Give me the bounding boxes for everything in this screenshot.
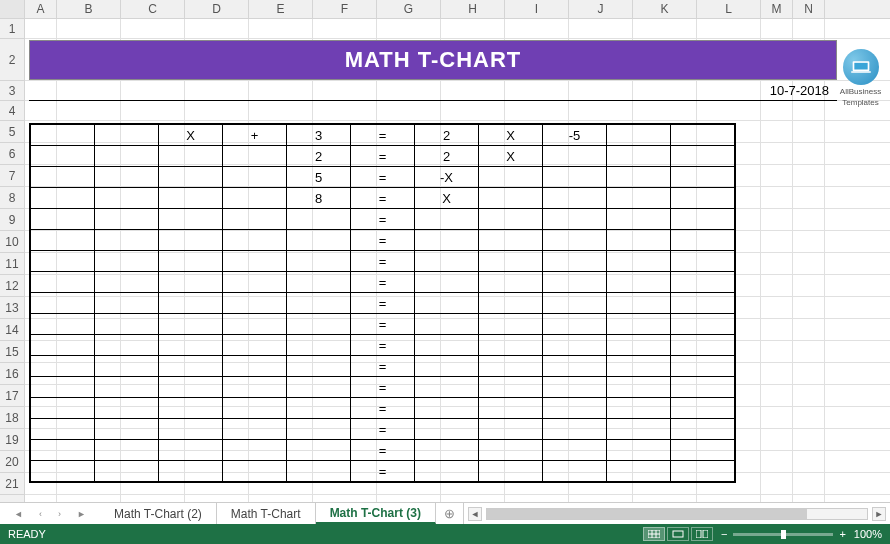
column-header-C[interactable]: C (121, 0, 185, 18)
cell-I16[interactable] (479, 356, 543, 377)
horizontal-scrollbar[interactable]: ◄ ► (464, 503, 890, 524)
cell-K18[interactable] (607, 398, 671, 419)
tab-nav-prev-icon[interactable]: ‹ (39, 509, 42, 519)
cell-H14[interactable] (415, 314, 479, 335)
cell-F20[interactable] (287, 440, 351, 461)
cell-I18[interactable] (479, 398, 543, 419)
cell-H11[interactable] (415, 251, 479, 272)
cell-I6[interactable]: X (479, 146, 543, 167)
cell-K19[interactable] (607, 419, 671, 440)
cell-E18[interactable] (223, 398, 287, 419)
cell-F21[interactable] (287, 461, 351, 482)
column-header-A[interactable]: A (25, 0, 57, 18)
cell-H17[interactable] (415, 377, 479, 398)
cell-B13[interactable] (31, 293, 95, 314)
cell-B6[interactable] (31, 146, 95, 167)
column-header-J[interactable]: J (569, 0, 633, 18)
row-header-11[interactable]: 11 (0, 253, 24, 275)
cell-C5[interactable] (95, 125, 159, 146)
cell-K9[interactable] (607, 209, 671, 230)
cell-J12[interactable] (543, 272, 607, 293)
sheet-content[interactable]: MATH T-CHART 10-7-2018 AllBusiness Templ… (25, 19, 890, 502)
cell-E17[interactable] (223, 377, 287, 398)
cell-C13[interactable] (95, 293, 159, 314)
cell-G18[interactable]: = (351, 398, 415, 419)
sheet-tab-1[interactable]: Math T-Chart (217, 503, 316, 524)
row-header-1[interactable]: 1 (0, 19, 24, 39)
cell-L18[interactable] (671, 398, 735, 419)
cell-G10[interactable]: = (351, 230, 415, 251)
cell-F8[interactable]: 8 (287, 188, 351, 209)
zoom-out-button[interactable]: − (721, 528, 727, 540)
row-header-6[interactable]: 6 (0, 143, 24, 165)
cell-F18[interactable] (287, 398, 351, 419)
cell-I9[interactable] (479, 209, 543, 230)
cell-B17[interactable] (31, 377, 95, 398)
cell-C18[interactable] (95, 398, 159, 419)
cell-I10[interactable] (479, 230, 543, 251)
cell-I7[interactable] (479, 167, 543, 188)
row-header-13[interactable]: 13 (0, 297, 24, 319)
cell-E14[interactable] (223, 314, 287, 335)
cell-J6[interactable] (543, 146, 607, 167)
tab-nav-first-icon[interactable]: ◄ (14, 509, 23, 519)
cell-G15[interactable]: = (351, 335, 415, 356)
cell-D5[interactable]: X (159, 125, 223, 146)
cell-L21[interactable] (671, 461, 735, 482)
cell-F6[interactable]: 2 (287, 146, 351, 167)
select-all-corner[interactable] (0, 0, 25, 18)
cell-G13[interactable]: = (351, 293, 415, 314)
cell-I13[interactable] (479, 293, 543, 314)
cell-C20[interactable] (95, 440, 159, 461)
cell-J9[interactable] (543, 209, 607, 230)
cell-L12[interactable] (671, 272, 735, 293)
cell-L14[interactable] (671, 314, 735, 335)
cell-G16[interactable]: = (351, 356, 415, 377)
cell-L13[interactable] (671, 293, 735, 314)
cell-G7[interactable]: = (351, 167, 415, 188)
cell-F7[interactable]: 5 (287, 167, 351, 188)
cell-H13[interactable] (415, 293, 479, 314)
column-header-H[interactable]: H (441, 0, 505, 18)
cell-H10[interactable] (415, 230, 479, 251)
column-header-B[interactable]: B (57, 0, 121, 18)
cell-I17[interactable] (479, 377, 543, 398)
cell-C21[interactable] (95, 461, 159, 482)
cell-G21[interactable]: = (351, 461, 415, 482)
cell-B15[interactable] (31, 335, 95, 356)
row-header-21[interactable]: 21 (0, 473, 24, 495)
cell-L16[interactable] (671, 356, 735, 377)
cell-I11[interactable] (479, 251, 543, 272)
column-header-K[interactable]: K (633, 0, 697, 18)
cell-L5[interactable] (671, 125, 735, 146)
cell-B11[interactable] (31, 251, 95, 272)
cell-C15[interactable] (95, 335, 159, 356)
cell-E19[interactable] (223, 419, 287, 440)
page-break-view-button[interactable] (691, 527, 713, 541)
cell-B18[interactable] (31, 398, 95, 419)
cell-K12[interactable] (607, 272, 671, 293)
cell-D10[interactable] (159, 230, 223, 251)
row-header-8[interactable]: 8 (0, 187, 24, 209)
cell-B9[interactable] (31, 209, 95, 230)
cell-E11[interactable] (223, 251, 287, 272)
cell-I8[interactable] (479, 188, 543, 209)
cell-J19[interactable] (543, 419, 607, 440)
cell-D21[interactable] (159, 461, 223, 482)
cell-D18[interactable] (159, 398, 223, 419)
cell-E7[interactable] (223, 167, 287, 188)
cell-J21[interactable] (543, 461, 607, 482)
cell-G8[interactable]: = (351, 188, 415, 209)
tab-nav-next-icon[interactable]: › (58, 509, 61, 519)
cell-K21[interactable] (607, 461, 671, 482)
cell-K17[interactable] (607, 377, 671, 398)
cell-I14[interactable] (479, 314, 543, 335)
cell-D9[interactable] (159, 209, 223, 230)
cell-K16[interactable] (607, 356, 671, 377)
cell-F11[interactable] (287, 251, 351, 272)
cell-H5[interactable]: 2 (415, 125, 479, 146)
cell-F5[interactable]: 3 (287, 125, 351, 146)
tchart-table[interactable]: X+3=2X-52=2X5=-X8=X============= (29, 123, 736, 483)
cell-D16[interactable] (159, 356, 223, 377)
cell-K14[interactable] (607, 314, 671, 335)
